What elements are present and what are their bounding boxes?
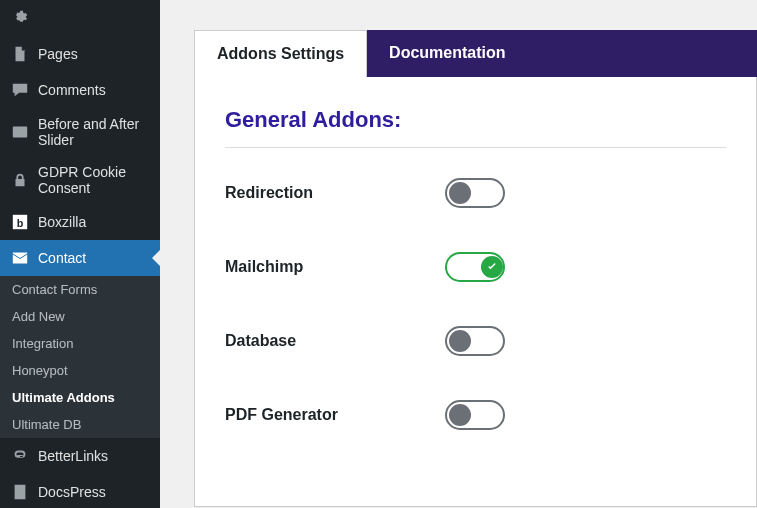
sidebar-item-gdpr[interactable]: GDPR Cookie Consent bbox=[0, 156, 160, 204]
tab-addons-settings[interactable]: Addons Settings bbox=[194, 30, 367, 77]
sidebar-item-label: Before and After Slider bbox=[38, 116, 150, 148]
sidebar-item-label: DocsPress bbox=[38, 484, 106, 500]
sidebar-item-boxzilla[interactable]: b Boxzilla bbox=[0, 204, 160, 240]
settings-tabs: Addons Settings Documentation bbox=[194, 30, 757, 77]
addon-row-pdf-generator: PDF Generator bbox=[225, 400, 726, 430]
page-icon bbox=[10, 44, 30, 64]
lock-icon bbox=[10, 170, 30, 190]
submenu-item-add-new[interactable]: Add New bbox=[0, 303, 160, 330]
addon-label: PDF Generator bbox=[225, 406, 445, 424]
tab-documentation[interactable]: Documentation bbox=[367, 30, 757, 77]
submenu-item-integration[interactable]: Integration bbox=[0, 330, 160, 357]
admin-sidebar: Pages Comments Before and After Slider G… bbox=[0, 0, 160, 508]
sidebar-item-before-after-slider[interactable]: Before and After Slider bbox=[0, 108, 160, 156]
check-icon bbox=[486, 261, 498, 273]
sidebar-item-label: Boxzilla bbox=[38, 214, 86, 230]
addon-label: Database bbox=[225, 332, 445, 350]
sidebar-item-docspress[interactable]: DocsPress bbox=[0, 474, 160, 508]
mail-icon bbox=[10, 248, 30, 268]
addon-label: Redirection bbox=[225, 184, 445, 202]
addon-row-redirection: Redirection bbox=[225, 178, 726, 208]
submenu-item-honeypot[interactable]: Honeypot bbox=[0, 357, 160, 384]
submenu-item-ultimate-db[interactable]: Ultimate DB bbox=[0, 411, 160, 438]
docs-icon bbox=[10, 482, 30, 502]
sidebar-item-label: Pages bbox=[38, 46, 78, 62]
sidebar-submenu-contact: Contact Forms Add New Integration Honeyp… bbox=[0, 276, 160, 438]
addon-row-database: Database bbox=[225, 326, 726, 356]
main-content: Addons Settings Documentation General Ad… bbox=[160, 0, 757, 508]
toggle-pdf-generator[interactable] bbox=[445, 400, 505, 430]
sidebar-item-top[interactable] bbox=[0, 0, 160, 36]
toggle-knob bbox=[481, 256, 503, 278]
sidebar-item-betterlinks[interactable]: BetterLinks bbox=[0, 438, 160, 474]
svg-rect-0 bbox=[13, 127, 27, 138]
box-b-icon: b bbox=[10, 212, 30, 232]
sidebar-item-label: BetterLinks bbox=[38, 448, 108, 464]
sidebar-item-contact[interactable]: Contact bbox=[0, 240, 160, 276]
addon-row-mailchimp: Mailchimp bbox=[225, 252, 726, 282]
settings-panel: General Addons: Redirection Mailchimp Da… bbox=[194, 77, 757, 507]
submenu-item-ultimate-addons[interactable]: Ultimate Addons bbox=[0, 384, 160, 411]
toggle-mailchimp[interactable] bbox=[445, 252, 505, 282]
comment-icon bbox=[10, 80, 30, 100]
toggle-redirection[interactable] bbox=[445, 178, 505, 208]
svg-text:b: b bbox=[17, 217, 24, 229]
sidebar-item-comments[interactable]: Comments bbox=[0, 72, 160, 108]
sidebar-item-label: GDPR Cookie Consent bbox=[38, 164, 150, 196]
addon-label: Mailchimp bbox=[225, 258, 445, 276]
toggle-database[interactable] bbox=[445, 326, 505, 356]
sidebar-item-label: Comments bbox=[38, 82, 106, 98]
link-icon bbox=[10, 446, 30, 466]
submenu-item-contact-forms[interactable]: Contact Forms bbox=[0, 276, 160, 303]
sidebar-item-pages[interactable]: Pages bbox=[0, 36, 160, 72]
sidebar-item-label: Contact bbox=[38, 250, 86, 266]
gear-icon bbox=[10, 8, 30, 28]
section-title-general-addons: General Addons: bbox=[225, 107, 726, 148]
slider-icon bbox=[10, 122, 30, 142]
